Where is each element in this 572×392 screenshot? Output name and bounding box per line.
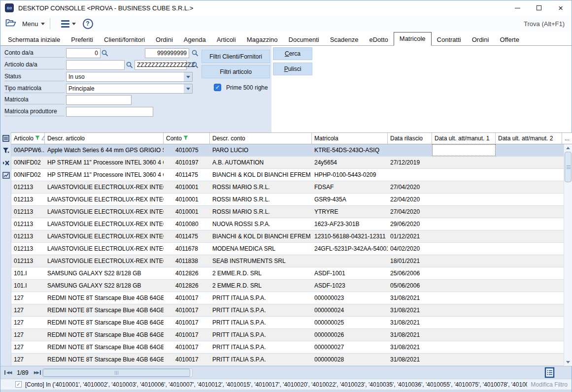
cell-descr-conto[interactable]: 2 EMME.R.D. SRL xyxy=(210,267,312,279)
cell-data-ult-2[interactable] xyxy=(496,317,562,328)
cell-descr-articolo[interactable]: HP STREAM 11" Processore INTEL 3060 4 GB… xyxy=(45,157,164,168)
vertical-scrollbar-thumb[interactable] xyxy=(565,152,572,182)
column-header-articolo[interactable]: Articolo xyxy=(11,133,45,144)
column-header-conto[interactable]: Conto xyxy=(164,133,210,144)
apply-filter-icon[interactable] xyxy=(1,146,10,155)
cell-articolo[interactable]: 012113 xyxy=(11,230,45,242)
tab-schermata-iniziale[interactable]: Schermata iniziale xyxy=(2,34,66,45)
table-row[interactable]: 012113LAVASTOVIGLIE ELECTROLUX-REX INTEG… xyxy=(11,243,572,255)
cell-data-ult-1[interactable] xyxy=(432,243,496,255)
cell-data-ult-2[interactable] xyxy=(496,181,562,193)
cell-descr-articolo[interactable]: LAVASTOVIGLIE ELECTROLUX-REX INTEGRAT... xyxy=(45,181,164,193)
cell-articolo[interactable]: 012113 xyxy=(11,218,45,230)
cell-articolo[interactable]: 00NIFD02 xyxy=(11,157,45,168)
cell-matricola[interactable]: 000000028 xyxy=(312,354,388,365)
filtri-articolo-button[interactable]: Filtri articolo xyxy=(202,65,270,78)
cell-matricola[interactable]: GSR9-435A xyxy=(312,194,388,205)
cell-articolo[interactable]: 00APPW6... xyxy=(11,144,45,156)
chevron-down-icon[interactable] xyxy=(184,84,192,93)
column-header-more[interactable]: ... xyxy=(562,133,572,144)
cell-descr-articolo[interactable]: REDMI NOTE 8T Starscape Blue 4GB 64GB (M… xyxy=(45,354,164,365)
cell-matricola[interactable]: ASDF-1001 xyxy=(312,267,388,279)
search-icon[interactable] xyxy=(101,50,108,57)
cell-data-ult-2[interactable] xyxy=(496,157,562,168)
cell-articolo[interactable]: 012113 xyxy=(11,243,45,255)
cell-data-rilascio[interactable]: 01/12/2021 xyxy=(388,230,432,242)
cell-data-rilascio[interactable]: 05/06/2006 xyxy=(388,280,432,292)
matricola-produttore-input[interactable] xyxy=(66,107,153,117)
cerca-button[interactable]: Cerca xyxy=(273,47,312,60)
cell-data-ult-1[interactable] xyxy=(432,181,496,193)
tab-contratti[interactable]: Contratti xyxy=(432,34,467,45)
search-icon[interactable] xyxy=(192,50,199,57)
cell-data-rilascio[interactable]: 29/06/2020 xyxy=(388,218,432,230)
table-row[interactable]: 012113LAVASTOVIGLIE ELECTROLUX-REX INTEG… xyxy=(11,181,572,194)
table-row[interactable]: 012113LAVASTOVIGLIE ELECTROLUX-REX INTEG… xyxy=(11,255,572,267)
cell-conto[interactable]: 4011678 xyxy=(164,243,210,255)
horizontal-scrollbar[interactable] xyxy=(42,368,193,377)
first-page-button[interactable]: ◀◀ xyxy=(4,370,13,375)
cell-conto[interactable]: 4011475 xyxy=(164,169,210,181)
cell-conto[interactable]: 4010017 xyxy=(164,292,210,304)
pulisci-button[interactable]: Pulisci xyxy=(273,63,312,75)
cell-descr-articolo[interactable]: SAMSUNG GALAXY S22 8/128 GB xyxy=(45,280,164,292)
help-button[interactable]: ? xyxy=(83,19,93,29)
cell-conto[interactable]: 4010017 xyxy=(164,304,210,316)
cell-conto[interactable]: 4011838 xyxy=(164,255,210,267)
cell-matricola[interactable]: 000000025 xyxy=(312,317,388,328)
cell-data-ult-2[interactable] xyxy=(496,218,562,230)
cell-articolo[interactable]: 00NIFD02 xyxy=(11,169,45,181)
cell-matricola[interactable]: 1623-AF23-301B xyxy=(312,218,388,230)
tab-scadenze[interactable]: Scadenze xyxy=(325,34,364,45)
cell-articolo[interactable]: 101.I xyxy=(11,267,45,279)
cell-descr-conto[interactable]: BIANCHI & KOL DI BIANCHI EFREM E C. SAS xyxy=(210,230,312,242)
cell-data-rilascio[interactable]: 04/02/2020 xyxy=(388,243,432,255)
tipo-matricola-select[interactable]: Principale xyxy=(66,84,193,94)
cell-matricola[interactable]: HPHP-0100-5443-0209 xyxy=(312,169,388,181)
cell-data-rilascio[interactable]: 18/01/2021 xyxy=(388,255,432,267)
tab-clienti-fornitori[interactable]: Clienti/fornitori xyxy=(99,34,150,45)
cell-descr-articolo[interactable]: LAVASTOVIGLIE ELECTROLUX-REX INTEGRAT... xyxy=(45,206,164,218)
cell-data-ult-2[interactable] xyxy=(496,230,562,242)
cell-articolo[interactable]: 127 xyxy=(11,329,45,341)
cell-matricola[interactable]: YTRYRE xyxy=(312,206,388,218)
tab-offerte[interactable]: Offerte xyxy=(494,34,525,45)
cell-articolo[interactable]: 101.I xyxy=(11,280,45,292)
cell-descr-conto[interactable]: PRITT ITALIA S.P.A. xyxy=(210,341,312,353)
cell-conto[interactable]: 4010017 xyxy=(164,317,210,328)
table-row[interactable]: 00NIFD02HP STREAM 11" Processore INTEL 3… xyxy=(11,157,572,169)
cell-descr-conto[interactable]: PRITT ITALIA S.P.A. xyxy=(210,329,312,341)
cell-articolo[interactable]: 127 xyxy=(11,317,45,328)
cell-matricola[interactable]: 12310-56188-04321-12311 xyxy=(312,230,388,242)
cell-articolo[interactable]: 127 xyxy=(11,292,45,304)
column-header-data-ult-2[interactable]: Data ult. att/manut. 2 xyxy=(496,133,562,144)
cell-data-ult-2[interactable] xyxy=(496,144,562,156)
cell-conto[interactable]: 4010197 xyxy=(164,157,210,168)
cell-descr-conto[interactable]: ROSSI MARIO S.R.L. xyxy=(210,194,312,205)
cell-articolo[interactable]: 012113 xyxy=(11,255,45,267)
cell-descr-articolo[interactable]: LAVASTOVIGLIE ELECTROLUX-REX INTEGRAT... xyxy=(45,230,164,242)
cell-conto[interactable]: 4010017 xyxy=(164,329,210,341)
cell-data-ult-2[interactable] xyxy=(496,255,562,267)
cell-descr-articolo[interactable]: LAVASTOVIGLIE ELECTROLUX-REX INTEGRAT... xyxy=(45,255,164,267)
cell-data-rilascio[interactable]: 31/08/2021 xyxy=(388,292,432,304)
cell-descr-articolo[interactable]: SAMSUNG GALAXY S22 8/128 GB xyxy=(45,267,164,279)
table-row[interactable]: 101.ISAMSUNG GALAXY S22 8/128 GB40128262… xyxy=(11,267,572,280)
cell-descr-conto[interactable]: PARO LUCIO xyxy=(210,144,312,156)
table-row[interactable]: 00APPW6...Apple Watch Series 6 44 mm GPS… xyxy=(11,144,572,157)
cell-conto[interactable]: 4010001 xyxy=(164,181,210,193)
column-header-descr-conto[interactable]: Descr. conto xyxy=(210,133,312,144)
conto-to-input[interactable]: 999999999 xyxy=(145,48,189,58)
filter-funnel-icon[interactable] xyxy=(183,135,188,142)
cell-matricola[interactable]: ASDF-1023 xyxy=(312,280,388,292)
cell-conto[interactable]: 4010075 xyxy=(164,144,210,156)
cell-data-rilascio[interactable]: 31/08/2021 xyxy=(388,341,432,353)
cell-descr-articolo[interactable]: LAVASTOVIGLIE ELECTROLUX-REX INTEGRAT... xyxy=(45,194,164,205)
cell-matricola[interactable]: 000000026 xyxy=(312,329,388,341)
column-header-data-rilascio[interactable]: Data rilascio xyxy=(388,133,432,144)
table-row[interactable]: 127REDMI NOTE 8T Starscape Blue 4GB 64GB… xyxy=(11,292,572,304)
cell-data-ult-1[interactable] xyxy=(432,206,496,218)
tab-preferiti[interactable]: Preferiti xyxy=(66,34,99,45)
table-row[interactable]: 101.ISAMSUNG GALAXY S22 8/128 GB40128262… xyxy=(11,280,572,292)
filtri-clienti-fornitori-button[interactable]: Filtri Clienti/Fornitori xyxy=(202,50,270,63)
